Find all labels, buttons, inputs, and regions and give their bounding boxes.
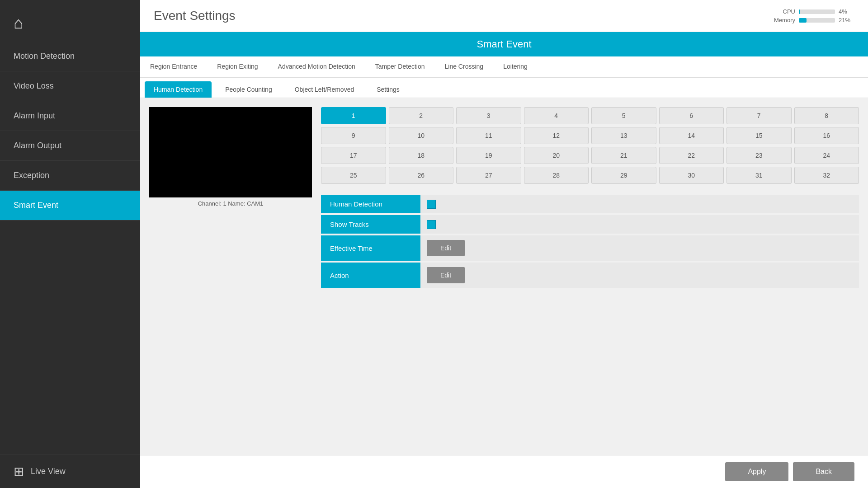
memory-value: 21% <box>839 17 854 23</box>
channel-btn-22[interactable]: 22 <box>659 147 724 164</box>
channel-btn-4[interactable]: 4 <box>524 107 589 124</box>
channel-btn-32[interactable]: 32 <box>794 167 859 184</box>
cpu-bar-bg <box>799 9 835 14</box>
tab-loitering[interactable]: Loitering <box>493 56 538 77</box>
channel-btn-30[interactable]: 30 <box>659 167 724 184</box>
human-detection-value <box>420 195 859 213</box>
channel-btn-10[interactable]: 10 <box>389 127 454 144</box>
content-area: Channel: 1 Name: CAM1 123456789101112131… <box>140 98 868 455</box>
channel-btn-3[interactable]: 3 <box>456 107 521 124</box>
channel-btn-6[interactable]: 6 <box>659 107 724 124</box>
channel-btn-7[interactable]: 7 <box>726 107 792 124</box>
cpu-stat: CPU 4% <box>770 8 854 15</box>
camera-label: Channel: 1 Name: CAM1 <box>149 200 312 207</box>
channel-btn-5[interactable]: 5 <box>591 107 656 124</box>
sidebar-item-alarm-output[interactable]: Alarm Output <box>0 131 140 161</box>
tab-advanced-motion[interactable]: Advanced Motion Detection <box>268 56 365 77</box>
channel-btn-11[interactable]: 11 <box>456 127 521 144</box>
sub-tab-people-counting[interactable]: People Counting <box>216 81 281 98</box>
channel-btn-28[interactable]: 28 <box>524 167 589 184</box>
channel-btn-31[interactable]: 31 <box>726 167 792 184</box>
sidebar-item-motion-detection[interactable]: Motion Detection <box>0 42 140 71</box>
sidebar-nav: Motion Detection Video Loss Alarm Input … <box>0 42 140 455</box>
action-edit-button[interactable]: Edit <box>427 267 465 283</box>
content-row: Channel: 1 Name: CAM1 123456789101112131… <box>149 107 859 446</box>
page-title: Event Settings <box>154 9 236 23</box>
header: Event Settings CPU 4% Memory 21% <box>140 0 868 32</box>
cpu-value: 4% <box>839 8 854 15</box>
settings-row-show-tracks: Show Tracks <box>321 215 859 234</box>
channel-btn-14[interactable]: 14 <box>659 127 724 144</box>
camera-preview <box>149 107 312 197</box>
apply-button[interactable]: Apply <box>725 462 788 481</box>
settings-row-human-detection: Human Detection <box>321 195 859 213</box>
channel-btn-25[interactable]: 25 <box>321 167 386 184</box>
tab-line-crossing[interactable]: Line Crossing <box>435 56 494 77</box>
show-tracks-value <box>420 215 859 234</box>
action-label: Action <box>321 263 420 288</box>
live-view-label: Live View <box>31 467 66 476</box>
channel-btn-16[interactable]: 16 <box>794 127 859 144</box>
show-tracks-checkbox[interactable] <box>427 220 436 229</box>
sidebar: ⌂ Motion Detection Video Loss Alarm Inpu… <box>0 0 140 488</box>
channel-btn-23[interactable]: 23 <box>726 147 792 164</box>
sidebar-item-alarm-input[interactable]: Alarm Input <box>0 101 140 131</box>
channel-btn-17[interactable]: 17 <box>321 147 386 164</box>
sub-tab-settings[interactable]: Settings <box>368 81 409 98</box>
sub-tab-object-left-removed[interactable]: Object Left/Removed <box>286 81 363 98</box>
memory-stat: Memory 21% <box>770 17 854 23</box>
camera-section: Channel: 1 Name: CAM1 <box>149 107 312 446</box>
effective-time-edit-button[interactable]: Edit <box>427 240 465 256</box>
tab-region-exiting[interactable]: Region Exiting <box>207 56 268 77</box>
action-value: Edit <box>420 263 859 288</box>
cpu-label: CPU <box>770 8 795 15</box>
channel-btn-9[interactable]: 9 <box>321 127 386 144</box>
smart-event-header: Smart Event <box>140 32 868 56</box>
sidebar-item-video-loss[interactable]: Video Loss <box>0 71 140 101</box>
channel-btn-24[interactable]: 24 <box>794 147 859 164</box>
memory-bar-bg <box>799 18 835 23</box>
channel-btn-21[interactable]: 21 <box>591 147 656 164</box>
effective-time-value: Edit <box>420 235 859 261</box>
tab-region-entrance[interactable]: Region Entrance <box>140 56 207 77</box>
human-detection-checkbox[interactable] <box>427 200 436 209</box>
channel-btn-8[interactable]: 8 <box>794 107 859 124</box>
channel-btn-19[interactable]: 19 <box>456 147 521 164</box>
show-tracks-label: Show Tracks <box>321 215 420 234</box>
settings-row-effective-time: Effective Time Edit <box>321 235 859 261</box>
settings-row-action: Action Edit <box>321 263 859 288</box>
sidebar-item-smart-event[interactable]: Smart Event <box>0 191 140 221</box>
effective-time-label: Effective Time <box>321 235 420 261</box>
channel-btn-29[interactable]: 29 <box>591 167 656 184</box>
sub-tabs: Human Detection People Counting Object L… <box>140 78 868 98</box>
memory-label: Memory <box>770 17 795 23</box>
memory-bar-fill <box>799 18 807 23</box>
channel-section: 1234567891011121314151617181920212223242… <box>321 107 859 446</box>
sidebar-logo: ⌂ <box>0 0 140 42</box>
sidebar-item-exception[interactable]: Exception <box>0 161 140 191</box>
channel-btn-18[interactable]: 18 <box>389 147 454 164</box>
settings-table: Human Detection Show Tracks Effective Ti… <box>321 195 859 290</box>
footer: Apply Back <box>140 455 868 488</box>
channel-grid: 1234567891011121314151617181920212223242… <box>321 107 859 184</box>
channel-btn-13[interactable]: 13 <box>591 127 656 144</box>
channel-btn-15[interactable]: 15 <box>726 127 792 144</box>
live-view-icon: ⊞ <box>14 464 24 479</box>
channel-btn-20[interactable]: 20 <box>524 147 589 164</box>
channel-btn-27[interactable]: 27 <box>456 167 521 184</box>
tab-tamper-detection[interactable]: Tamper Detection <box>365 56 435 77</box>
human-detection-label: Human Detection <box>321 195 420 213</box>
main-tabs: Region Entrance Region Exiting Advanced … <box>140 56 868 78</box>
system-stats: CPU 4% Memory 21% <box>770 8 854 23</box>
live-view-footer[interactable]: ⊞ Live View <box>0 455 140 488</box>
channel-btn-26[interactable]: 26 <box>389 167 454 184</box>
sub-tab-human-detection[interactable]: Human Detection <box>145 81 212 98</box>
back-button[interactable]: Back <box>793 462 854 481</box>
channel-btn-12[interactable]: 12 <box>524 127 589 144</box>
cpu-bar-fill <box>799 9 800 14</box>
home-icon: ⌂ <box>14 14 24 33</box>
main-content: Event Settings CPU 4% Memory 21% Smart E… <box>140 0 868 488</box>
channel-btn-2[interactable]: 2 <box>389 107 454 124</box>
channel-btn-1[interactable]: 1 <box>321 107 386 124</box>
